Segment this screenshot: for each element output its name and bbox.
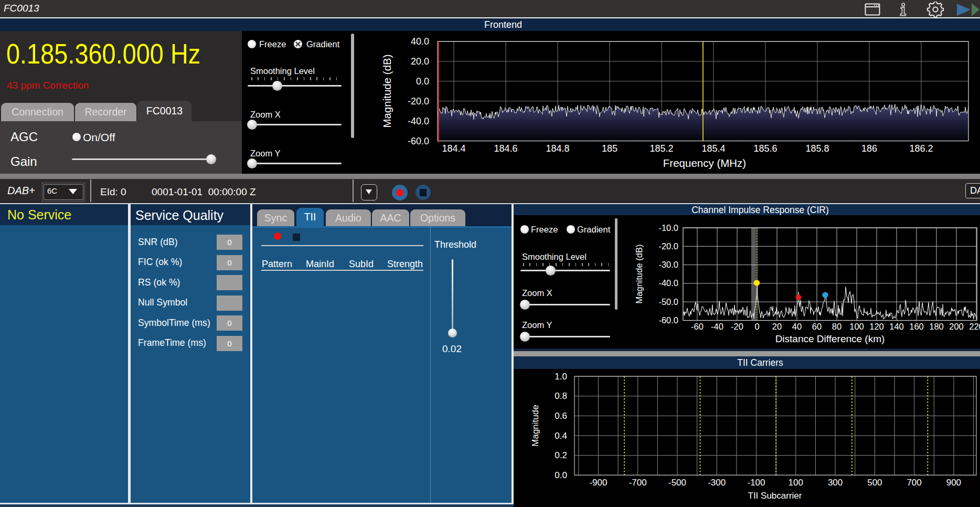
svg-text:-10.0: -10.0 [658, 223, 678, 233]
svg-text:700: 700 [907, 478, 921, 488]
svg-text:TII Subcarrier: TII Subcarrier [748, 491, 802, 501]
svg-text:185.2: 185.2 [649, 143, 673, 154]
svg-text:-40.0: -40.0 [658, 278, 678, 288]
svg-text:140: 140 [889, 322, 904, 331]
svg-text:-60: -60 [691, 322, 704, 331]
svg-text:100: 100 [849, 322, 864, 331]
svg-text:-40.0: -40.0 [408, 116, 429, 126]
svg-text:160: 160 [909, 322, 924, 331]
svg-text:184.8: 184.8 [546, 143, 569, 154]
svg-text:-60.0: -60.0 [408, 136, 429, 146]
svg-text:200: 200 [949, 322, 964, 331]
svg-text:80: 80 [832, 322, 841, 331]
svg-text:60: 60 [812, 322, 822, 331]
svg-text:500: 500 [867, 478, 882, 488]
svg-text:180: 180 [929, 322, 944, 331]
svg-text:-300: -300 [708, 478, 726, 488]
svg-text:-20.0: -20.0 [658, 241, 678, 251]
svg-text:-50.0: -50.0 [658, 297, 678, 307]
svg-text:0.4: 0.4 [555, 431, 567, 441]
svg-text:0.8: 0.8 [555, 391, 567, 401]
svg-text:-20: -20 [731, 322, 743, 331]
svg-text:185.6: 185.6 [753, 143, 777, 154]
svg-text:185.8: 185.8 [805, 143, 829, 154]
svg-text:220: 220 [969, 322, 980, 331]
svg-text:184.6: 184.6 [494, 143, 517, 154]
svg-text:-60.0: -60.0 [658, 315, 678, 325]
svg-text:-40: -40 [711, 322, 723, 331]
svg-text:40: 40 [792, 322, 802, 331]
svg-text:0: 0 [754, 322, 759, 331]
svg-text:-700: -700 [629, 478, 647, 488]
svg-text:0.6: 0.6 [555, 411, 567, 421]
svg-text:185.4: 185.4 [701, 143, 725, 154]
svg-text:-100: -100 [747, 478, 765, 488]
svg-text:Frequency (MHz): Frequency (MHz) [663, 157, 746, 169]
svg-text:-20.0: -20.0 [408, 96, 429, 107]
svg-text:Magnitude: Magnitude [530, 405, 540, 446]
svg-text:186.2: 186.2 [909, 143, 933, 154]
svg-text:Magnitude (dB): Magnitude (dB) [634, 245, 644, 304]
svg-text:184.4: 184.4 [442, 143, 465, 154]
svg-text:-30.0: -30.0 [658, 260, 678, 269]
svg-text:185: 185 [602, 143, 617, 154]
svg-text:20: 20 [772, 322, 782, 331]
svg-text:900: 900 [946, 478, 961, 488]
svg-text:Magnitude (dB): Magnitude (dB) [381, 54, 393, 128]
svg-text:40.0: 40.0 [411, 36, 429, 47]
svg-text:186: 186 [861, 143, 877, 154]
svg-text:Distance Difference (km): Distance Difference (km) [775, 333, 885, 344]
svg-text:0.0: 0.0 [555, 470, 567, 480]
svg-text:0.2: 0.2 [555, 450, 567, 460]
svg-text:100: 100 [789, 478, 803, 488]
svg-text:120: 120 [869, 322, 884, 331]
svg-text:-500: -500 [668, 478, 686, 488]
svg-text:1.0: 1.0 [555, 372, 567, 382]
svg-text:300: 300 [828, 478, 843, 488]
svg-text:-900: -900 [589, 478, 607, 488]
svg-text:0.0: 0.0 [416, 76, 429, 87]
svg-text:20.0: 20.0 [411, 56, 429, 67]
